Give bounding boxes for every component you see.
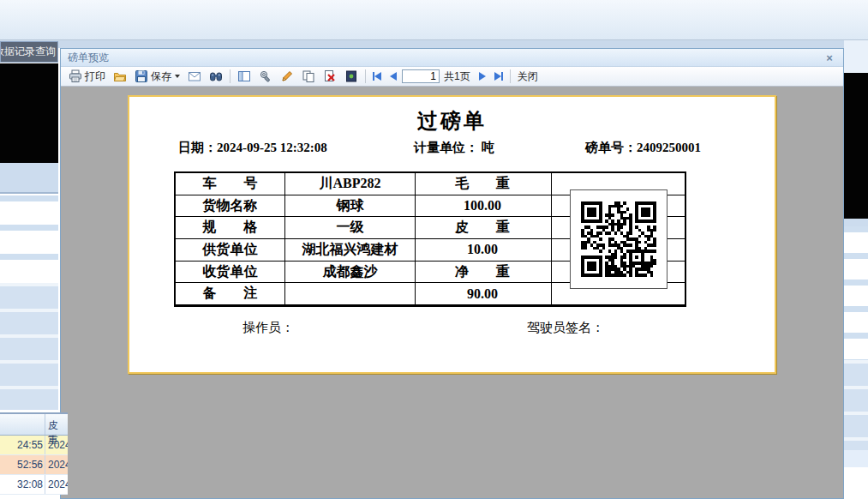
- right-form-rows-blue: [844, 360, 868, 450]
- cell-label: 货物名称: [176, 195, 285, 217]
- envelope-icon: [188, 69, 201, 83]
- save-dropdown-arrow-icon[interactable]: [175, 75, 180, 78]
- ticket-date: 日期：2024-09-25 12:32:08: [178, 140, 327, 156]
- preview-toolbar: 打印 保存: [61, 67, 843, 87]
- qr-cell: [551, 173, 685, 305]
- left-form-rows-blue: [0, 283, 58, 410]
- weight-display-panel-left: [0, 63, 58, 163]
- open-button[interactable]: [110, 68, 130, 85]
- weigh-ticket-page: 过磅单 日期：2024-09-25 12:32:08 计量单位： 吨 磅单号：2…: [128, 95, 776, 374]
- left-form-block: [0, 163, 58, 194]
- right-form-rows: [844, 226, 868, 360]
- preview-window-titlebar: 磅单预览 ×: [61, 49, 843, 67]
- columns-panel-icon: [237, 69, 251, 83]
- cell-label: 供货单位: [176, 239, 285, 261]
- right-form-block-b: [844, 450, 868, 467]
- edit-button[interactable]: [277, 68, 297, 85]
- cell-value: 钢球: [285, 195, 416, 217]
- ticket-unit: 计量单位： 吨: [414, 140, 494, 156]
- grid-header-tare-column[interactable]: 皮重: [45, 414, 68, 435]
- close-preview-label: 关闭: [518, 69, 538, 84]
- cell-label: 规 格: [176, 217, 285, 238]
- ticket-table: 车 号 川ABP282 毛 重 货物名称 钢球 100.00 规 格 一级 皮 …: [174, 171, 686, 307]
- cell-weight: 90.00: [416, 283, 549, 304]
- last-page-button[interactable]: [491, 69, 506, 84]
- cell-value: [285, 283, 416, 304]
- preview-window: 磅单预览 × 打印 保存: [60, 48, 844, 499]
- layout-button[interactable]: [234, 68, 254, 85]
- copy-button[interactable]: [298, 68, 319, 85]
- toolbar-separator: [365, 69, 366, 83]
- weight-display-panel-right: [844, 73, 868, 219]
- close-preview-button[interactable]: 关闭: [514, 68, 542, 85]
- tab-data-record-query[interactable]: 数据记录查询: [0, 41, 58, 63]
- print-button[interactable]: 打印: [65, 68, 109, 85]
- cell-value: 一级: [285, 217, 416, 238]
- page-number-input[interactable]: [402, 69, 440, 83]
- cell-label: 备 注: [176, 283, 285, 304]
- toolbar-separator: [510, 69, 511, 83]
- cell-value: 川ABP282: [285, 173, 416, 195]
- qr-code: [570, 189, 667, 289]
- ticket-title: 过磅单: [129, 107, 775, 135]
- cell-weight: 100.00: [416, 195, 549, 217]
- grid-row[interactable]: 32:08 2024: [0, 475, 68, 495]
- grid-row[interactable]: 24:55 2024: [0, 436, 68, 455]
- right-form-block: [844, 219, 868, 226]
- grid-header-time-column[interactable]: [0, 414, 45, 435]
- page-total-label: 共1页: [444, 69, 470, 84]
- cell-value: 成都鑫沙: [285, 262, 416, 283]
- cell-label: 收货单位: [176, 262, 285, 283]
- image-export-icon: [344, 69, 358, 83]
- grid-cell-time[interactable]: 24:55: [0, 436, 45, 454]
- previous-page-button[interactable]: [386, 69, 401, 84]
- pencil-icon: [280, 69, 294, 83]
- grid-cell-date[interactable]: 2024: [45, 475, 68, 494]
- printer-icon: [69, 69, 82, 83]
- right-strip-top: [844, 40, 868, 73]
- open-folder-icon: [113, 69, 127, 83]
- records-grid-header[interactable]: 皮重: [0, 414, 68, 436]
- grid-cell-time[interactable]: 52:56: [0, 455, 45, 474]
- operator-label: 操作员：: [242, 320, 294, 336]
- preview-window-title: 磅单预览: [68, 51, 823, 65]
- records-grid: 皮重 24:55 2024 52:56 2024 32:08 2024: [0, 412, 68, 495]
- cell-weight: 10.00: [416, 239, 549, 261]
- delete-button[interactable]: [320, 68, 340, 85]
- save-button[interactable]: 保存: [131, 68, 183, 85]
- cell-weight: 净 重: [416, 262, 549, 283]
- grid-row[interactable]: 52:56 2024: [0, 455, 68, 475]
- email-button[interactable]: [184, 68, 205, 85]
- wrench-icon: [259, 69, 272, 83]
- page-setup-button[interactable]: [255, 68, 276, 85]
- first-page-button[interactable]: [369, 69, 385, 84]
- toolbar-separator: [230, 69, 230, 83]
- next-page-button[interactable]: [475, 69, 490, 84]
- close-icon[interactable]: ×: [823, 51, 836, 64]
- driver-signature-label: 驾驶员签名：: [527, 320, 604, 336]
- cell-label: 车 号: [176, 173, 285, 195]
- save-floppy-icon: [135, 69, 148, 83]
- cell-weight: 毛 重: [416, 173, 549, 195]
- grid-cell-date[interactable]: 2024: [45, 436, 68, 454]
- binoculars-icon: [209, 69, 223, 83]
- grid-cell-date[interactable]: 2024: [45, 455, 68, 474]
- print-button-label: 打印: [85, 69, 105, 84]
- tab-strip: [0, 40, 868, 48]
- save-button-label: 保存: [151, 69, 171, 84]
- left-form-rows: [0, 195, 58, 283]
- main-window-top-band: [0, 0, 868, 40]
- cell-weight: 皮 重: [416, 217, 549, 238]
- copy-icon: [302, 69, 315, 83]
- cell-value: 湖北福兴鸿建材: [285, 239, 416, 261]
- find-button[interactable]: [206, 68, 226, 85]
- app-root: 数据记录查询 皮重 24:55 2024 52:56 2024 32:08 20…: [0, 0, 868, 499]
- ticket-number: 磅单号：2409250001: [585, 140, 701, 156]
- export-image-button[interactable]: [341, 68, 362, 85]
- grid-cell-time[interactable]: 32:08: [0, 475, 45, 494]
- delete-page-icon: [323, 69, 337, 83]
